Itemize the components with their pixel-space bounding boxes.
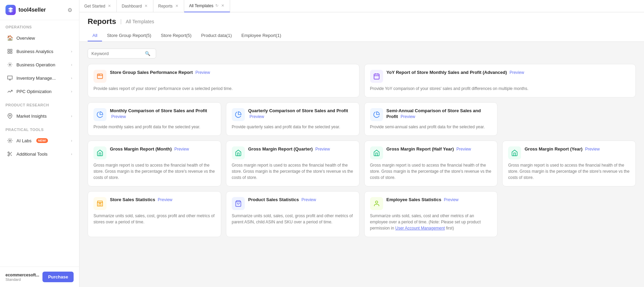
filter-tab-store-report[interactable]: Store Report(5): [156, 30, 197, 41]
home-icon: 🏠: [7, 35, 13, 41]
preview-link-gross-year[interactable]: Preview: [585, 147, 600, 152]
preview-link-product-stats[interactable]: Preview: [302, 197, 316, 202]
report-desc-gross-quarter: Gross margin report is used to access th…: [232, 162, 354, 181]
search-input[interactable]: [91, 51, 143, 56]
svg-rect-3: [8, 52, 10, 53]
logo-text: tool4seller: [18, 7, 46, 13]
username: ecommercesoft...: [5, 273, 39, 277]
report-card-store-group-sales[interactable]: Store Group Sales Performance Report Pre…: [88, 64, 359, 97]
tab-all-templates-close[interactable]: ✕: [220, 3, 225, 8]
filter-tabs: All Store Group Report(5) Store Report(5…: [88, 30, 636, 41]
report-card-employee-stats[interactable]: Employee Sales Statistics Preview Summar…: [364, 191, 498, 237]
market-insights-label: Market Insights: [16, 114, 47, 119]
tab-get-started[interactable]: Get Started ✕: [79, 0, 117, 12]
sidebar-item-inventory[interactable]: Inventory Manage... ›: [1, 71, 78, 84]
tab-bar: Get Started ✕ Dashboard ✕ Reports ✕ All …: [79, 0, 644, 12]
ai-labs-label: AI Labs: [16, 138, 31, 143]
preview-link-monthly[interactable]: Preview: [111, 114, 126, 119]
preview-link-store-group[interactable]: Preview: [195, 70, 210, 75]
report-desc-monthly: Provide monthly sales and profit data fo…: [93, 124, 215, 130]
svg-rect-0: [8, 49, 10, 51]
sidebar-item-overview[interactable]: 🏠 Overview: [1, 31, 78, 44]
report-card-yoy[interactable]: YoY Report of Store Monthly Sales and Pr…: [364, 64, 636, 97]
sidebar-item-ppc[interactable]: PPC Optimization ›: [1, 85, 78, 98]
page-header: Reports | All Templates All Store Group …: [79, 12, 644, 42]
product-research-label: PRODUCT RESEARCH: [0, 98, 79, 109]
report-card-product-stats[interactable]: Product Sales Statistics Preview Summari…: [226, 191, 359, 237]
report-title-store-stats: Store Sales Statistics: [110, 197, 155, 202]
sidebar-logo: tool4seller: [5, 5, 46, 15]
inventory-label: Inventory Manage...: [16, 76, 56, 81]
tab-all-templates[interactable]: All Templates ↻ ✕: [184, 0, 230, 12]
report-icon-employee-stats: [370, 197, 383, 210]
preview-link-quarterly[interactable]: Preview: [250, 114, 264, 119]
report-card-quarterly[interactable]: Quarterly Comparison of Store Sales and …: [226, 102, 359, 136]
report-icon-store-group: [93, 70, 106, 83]
report-title-yoy: YoY Report of Store Monthly Sales and Pr…: [387, 70, 507, 75]
sidebar-item-market-insights[interactable]: Market Insights ›: [1, 109, 78, 122]
tab-get-started-label: Get Started: [84, 4, 105, 9]
preview-link-gross-month[interactable]: Preview: [174, 147, 189, 152]
sidebar-item-business-analytics[interactable]: Business Analytics ›: [1, 45, 78, 58]
sidebar-header: tool4seller ⚙: [0, 0, 79, 20]
preview-link-yoy[interactable]: Preview: [509, 70, 524, 75]
svg-line-13: [11, 155, 12, 156]
preview-link-store-stats[interactable]: Preview: [158, 197, 173, 202]
tab-reports-label: Reports: [158, 4, 173, 9]
report-card-gross-half[interactable]: Gross Margin Report (Half Year) Preview …: [364, 141, 498, 186]
filter-tab-store-group[interactable]: Store Group Report(5): [102, 30, 156, 41]
report-card-semi-annual[interactable]: Semi-Annual Comparison of Store Sales an…: [364, 102, 498, 136]
report-card-gross-quarter[interactable]: Gross Margin Report (Quarter) Preview Gr…: [226, 141, 359, 186]
sidebar: tool4seller ⚙ OPERATIONS 🏠 Overview Busi…: [0, 0, 79, 287]
chevron-icon: ›: [71, 114, 72, 118]
filter-tab-employee-report[interactable]: Employee Report(1): [237, 30, 286, 41]
report-desc-gross-year: Gross margin report is used to access th…: [508, 162, 630, 181]
tab-get-started-close[interactable]: ✕: [107, 4, 112, 8]
filter-tab-product-data[interactable]: Product data(1): [196, 30, 237, 41]
tab-reports[interactable]: Reports ✕: [153, 0, 184, 12]
report-title-quarterly: Quarterly Comparison of Store Sales and …: [248, 108, 348, 113]
tab-dashboard[interactable]: Dashboard ✕: [117, 0, 153, 12]
report-title-employee-stats: Employee Sales Statistics: [387, 197, 441, 202]
logo-icon: [5, 5, 16, 15]
svg-rect-15: [98, 74, 103, 78]
report-card-gross-month[interactable]: Gross Margin Report (Month) Preview Gros…: [88, 141, 221, 186]
filter-tab-all[interactable]: All: [88, 30, 102, 41]
report-card-store-stats[interactable]: Store Sales Statistics Preview Summarize…: [88, 191, 221, 237]
chevron-icon: ›: [71, 152, 72, 156]
ppc-label: PPC Optimization: [16, 89, 52, 94]
ai-icon: [7, 138, 13, 144]
preview-link-gross-half[interactable]: Preview: [456, 147, 471, 152]
search-icon: 🔍: [145, 51, 150, 56]
report-icon-store-stats: [93, 197, 106, 210]
search-box[interactable]: 🔍: [88, 49, 156, 58]
refresh-icon[interactable]: ↻: [215, 3, 218, 8]
report-title-store-group: Store Group Sales Performance Report: [110, 70, 193, 75]
user-account-link[interactable]: User Account Management: [395, 226, 445, 231]
sidebar-section-product-research: PRODUCT RESEARCH Market Insights ›: [0, 98, 79, 123]
chevron-icon: ›: [71, 139, 72, 143]
sidebar-item-ai-labs[interactable]: AI Labs NEW! ›: [1, 134, 78, 147]
report-card-gross-year[interactable]: Gross Margin Report (Year) Preview Gross…: [502, 141, 636, 186]
tab-dashboard-close[interactable]: ✕: [144, 4, 148, 8]
sidebar-item-business-operation[interactable]: Business Operation ›: [1, 58, 78, 71]
preview-link-semi-annual[interactable]: Preview: [401, 114, 415, 119]
report-title-gross-month: Gross Margin Report (Month): [110, 146, 172, 152]
preview-link-employee-stats[interactable]: Preview: [444, 197, 459, 202]
sidebar-item-additional-tools[interactable]: Additional Tools ›: [1, 147, 78, 160]
preview-link-gross-quarter[interactable]: Preview: [315, 147, 330, 152]
purchase-button[interactable]: Purchase: [42, 272, 74, 282]
svg-point-11: [8, 155, 9, 156]
practical-tools-label: PRACTICAL TOOLS: [0, 123, 79, 134]
report-icon-product-stats: [232, 197, 245, 210]
tab-reports-close[interactable]: ✕: [175, 4, 179, 8]
report-desc-product-stats: Summarize units sold, sales, cost, gross…: [232, 213, 354, 225]
report-card-monthly[interactable]: Monthly Comparison of Store Sales and Pr…: [88, 102, 221, 136]
report-icon-yoy: [370, 70, 383, 83]
page-breadcrumb: All Templates: [126, 19, 154, 24]
chevron-icon: ›: [71, 89, 72, 93]
settings-button[interactable]: ⚙: [66, 5, 74, 15]
analytics-icon: [7, 48, 13, 54]
svg-rect-1: [10, 49, 12, 51]
chevron-icon: ›: [71, 49, 72, 53]
